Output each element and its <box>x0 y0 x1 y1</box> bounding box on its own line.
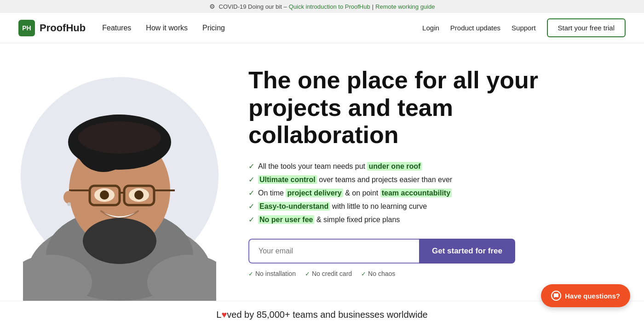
no-items-row: ✓ No installation ✓ No credit card ✓ No … <box>248 270 543 277</box>
nav-support[interactable]: Support <box>512 24 536 32</box>
no-chaos-check: ✓ <box>361 270 366 277</box>
hero-person-illustration <box>23 43 216 301</box>
nav-item-pricing[interactable]: Pricing <box>202 24 225 32</box>
chat-icon <box>551 291 561 301</box>
no-cc-check: ✓ <box>305 270 310 277</box>
no-cc-text: No credit card <box>312 270 352 277</box>
nav-item-how-it-works[interactable]: How it works <box>146 24 188 32</box>
svg-point-7 <box>78 121 161 154</box>
no-install-check: ✓ <box>248 270 253 277</box>
banner-link-remote[interactable]: Remote working guide <box>375 3 435 10</box>
email-input[interactable] <box>248 239 419 264</box>
nav-product-updates[interactable]: Product updates <box>450 24 500 32</box>
feature-item-2: ✓ Ultimate control over teams and projec… <box>248 175 543 184</box>
nav-login[interactable]: Login <box>422 24 439 32</box>
feature-text-4: Easy-to-understand with little to no lea… <box>258 202 427 211</box>
svg-point-14 <box>100 190 109 200</box>
feature-text-3: On time project delivery & on point team… <box>258 189 452 197</box>
no-installation: ✓ No installation <box>248 270 296 277</box>
bottom-text-suffix: ved by 85,000+ teams and businesses worl… <box>227 310 427 320</box>
svg-point-16 <box>134 190 144 200</box>
banner-link-intro[interactable]: Quick introduction to ProofHub <box>289 3 370 10</box>
hero-section: The one place for all your projects and … <box>0 43 644 301</box>
no-install-text: No installation <box>255 270 296 277</box>
svg-point-18 <box>67 202 71 206</box>
highlight-fee: No per user fee <box>258 215 314 224</box>
bottom-text-prefix: L <box>216 310 221 320</box>
check-icon-3: ✓ <box>248 189 254 197</box>
feature-item-4: ✓ Easy-to-understand with little to no l… <box>248 202 543 211</box>
chat-label: Have questions? <box>565 292 620 300</box>
start-trial-button[interactable]: Start your free trial <box>547 18 626 37</box>
highlight-roof: under one roof <box>367 162 422 171</box>
navbar-left: PH ProofHub Features How it works Pricin… <box>18 20 225 36</box>
top-banner: ⚙ COVID-19 Doing our bit – Quick introdu… <box>0 0 644 13</box>
logo-icon: PH <box>18 20 35 36</box>
highlight-accountability: team accountability <box>380 189 452 197</box>
highlight-easy: Easy-to-understand <box>258 202 330 211</box>
brand-name: ProofHub <box>40 22 86 34</box>
check-icon-1: ✓ <box>248 162 254 171</box>
check-icon-5: ✓ <box>248 215 254 224</box>
nav-links: Features How it works Pricing <box>102 24 225 32</box>
banner-separator: | <box>372 3 374 10</box>
navbar-right: Login Product updates Support Start your… <box>422 18 626 37</box>
check-icon-2: ✓ <box>248 175 254 184</box>
no-credit-card: ✓ No credit card <box>305 270 352 277</box>
features-list: ✓ All the tools your team needs put unde… <box>248 162 543 224</box>
feature-item-3: ✓ On time project delivery & on point te… <box>248 189 543 197</box>
feature-text-5: No per user fee & simple fixed price pla… <box>258 216 400 224</box>
chat-button[interactable]: Have questions? <box>541 284 630 307</box>
banner-text-prefix: COVID-19 Doing our bit – <box>219 3 287 10</box>
svg-point-21 <box>83 218 156 264</box>
feature-text-2: Ultimate control over teams and projects… <box>258 176 452 184</box>
no-chaos: ✓ No chaos <box>361 270 395 277</box>
highlight-control: Ultimate control <box>258 175 317 184</box>
navbar: PH ProofHub Features How it works Pricin… <box>0 13 644 43</box>
no-chaos-text: No chaos <box>368 270 395 277</box>
gear-icon: ⚙ <box>209 3 215 10</box>
feature-item-5: ✓ No per user fee & simple fixed price p… <box>248 215 543 224</box>
hero-image-area <box>0 43 239 301</box>
svg-point-17 <box>63 191 75 204</box>
hero-content: The one place for all your projects and … <box>239 48 570 296</box>
logo[interactable]: PH ProofHub <box>18 20 86 36</box>
feature-item-1: ✓ All the tools your team needs put unde… <box>248 162 543 171</box>
email-row: Get started for free <box>248 239 515 264</box>
feature-text-1: All the tools your team needs put under … <box>258 162 422 171</box>
highlight-delivery: project delivery <box>286 189 343 197</box>
get-started-button[interactable]: Get started for free <box>419 239 515 264</box>
check-icon-4: ✓ <box>248 202 254 211</box>
hero-title: The one place for all your projects and … <box>248 67 543 149</box>
heart-icon: ♥ <box>221 310 227 320</box>
nav-item-features[interactable]: Features <box>102 24 131 32</box>
